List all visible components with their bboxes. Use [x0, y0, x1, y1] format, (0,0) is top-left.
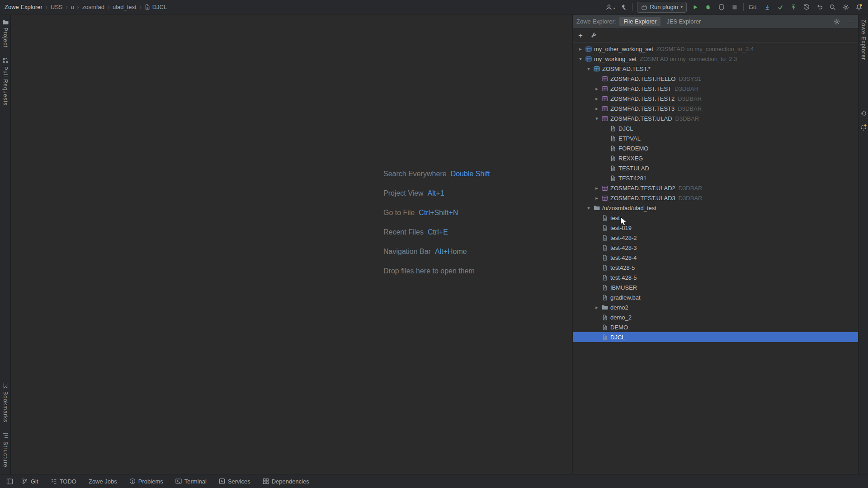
- tree-row-test-428-2[interactable]: test-428-2: [573, 233, 858, 243]
- run-icon[interactable]: [691, 2, 700, 12]
- breadcrumb-item-u[interactable]: u: [71, 4, 74, 10]
- shortcut-keys: Ctrl+Shift+N: [419, 209, 458, 217]
- shortcut-label: Drop files here to open them: [383, 267, 475, 275]
- notifications-icon[interactable]: [854, 2, 863, 12]
- search-icon[interactable]: [828, 2, 837, 12]
- shortcut-hint: Go to FileCtrl+Shift+N: [383, 203, 490, 222]
- tree-row-my-working-set[interactable]: ▾my_working_setZOSMFAD on my_connection_…: [573, 54, 858, 64]
- minimize-icon[interactable]: —: [846, 18, 854, 26]
- tree-row-test[interactable]: test: [573, 213, 858, 223]
- tree-row-test4281[interactable]: TEST4281: [573, 173, 858, 183]
- tree-row-zosmfad-test-test2[interactable]: ▸ZOSMFAD.TEST.TEST2D3DBAR: [573, 94, 858, 103]
- chevron-down-icon[interactable]: ▾: [585, 66, 593, 72]
- status-item-todo[interactable]: TODO: [51, 478, 76, 485]
- push-icon[interactable]: [789, 2, 798, 12]
- tree-row-test-428-3[interactable]: test-428-3: [573, 243, 858, 253]
- settings-icon[interactable]: [833, 18, 841, 26]
- tree-row-demo-2[interactable]: demo_2: [573, 312, 858, 322]
- tool-strip-button-zowe-explorer[interactable]: Zowe Explorer: [860, 19, 867, 60]
- tree-row-my-other-working-set[interactable]: ▸my_other_working_setZOSMFAD on my_conne…: [573, 44, 858, 54]
- tree-row-test-428-4[interactable]: test-428-4: [573, 253, 858, 263]
- tree-row-demo[interactable]: DEMO: [573, 322, 858, 332]
- tree-row-zosmfad-test-[interactable]: ▾ZOSMFAD.TEST.*: [573, 64, 858, 74]
- status-item-zowe-jobs[interactable]: Zowe Jobs: [89, 478, 117, 485]
- tree-row-zosmfad-test-ulad3[interactable]: ▸ZOSMFAD.TEST.ULAD3D3DBAR: [573, 193, 858, 203]
- add-icon[interactable]: +: [578, 32, 583, 39]
- tree-item-label: test: [610, 215, 620, 221]
- tree-row-test-819[interactable]: test-819: [573, 223, 858, 233]
- tree-row-fordemo[interactable]: FORDEMO: [573, 143, 858, 153]
- run-configuration-combo[interactable]: Run plugin▾: [637, 2, 687, 13]
- member-icon: [609, 145, 617, 151]
- status-item-label: Zowe Jobs: [89, 478, 117, 485]
- file-icon: [601, 245, 609, 251]
- chevron-down-icon[interactable]: ▾: [576, 56, 585, 62]
- update-icon[interactable]: [763, 2, 772, 12]
- status-item-terminal[interactable]: Terminal: [175, 478, 207, 485]
- breadcrumb-item-djcl[interactable]: DJCL: [145, 4, 167, 10]
- folder-icon: [593, 205, 601, 211]
- chevron-right-icon[interactable]: ▸: [593, 96, 601, 102]
- tree-row-zosmfad-test-test[interactable]: ▸ZOSMFAD.TEST.TESTD3DBAR: [573, 84, 858, 94]
- tool-strip-button-pull-requests[interactable]: Pull Requests: [2, 57, 9, 106]
- tree-row-zosmfad-test-test3[interactable]: ▸ZOSMFAD.TEST.TEST3D3DBAR: [573, 103, 858, 113]
- tree-row-djcl[interactable]: DJCL: [573, 123, 858, 133]
- tree-row-zosmfad-test-ulad2[interactable]: ▸ZOSMFAD.TEST.ULAD2D3DBAR: [573, 183, 858, 193]
- wrench-icon[interactable]: [590, 31, 598, 39]
- file-icon: [601, 334, 609, 340]
- commit-icon[interactable]: [776, 2, 785, 12]
- status-item-dependencies[interactable]: Dependencies: [263, 478, 309, 485]
- chevron-down-icon[interactable]: ▾: [585, 205, 593, 211]
- debug-icon[interactable]: [704, 2, 713, 12]
- tree-row-demo2[interactable]: ▸demo2: [573, 302, 858, 312]
- status-item-services[interactable]: Services: [219, 478, 250, 485]
- tool-strip-button-bookmarks[interactable]: Bookmarks: [2, 382, 9, 422]
- tree-row-test428-5[interactable]: test428-5: [573, 263, 858, 272]
- tab-file-explorer[interactable]: File Explorer: [619, 17, 660, 26]
- tree-row-zosmfad-test-ulad[interactable]: ▾ZOSMFAD.TEST.ULADD3DBAR: [573, 113, 858, 123]
- tree-row-gradlew-bat[interactable]: gradlew.bat: [573, 292, 858, 302]
- breadcrumb-item-ulad-test[interactable]: ulad_test: [113, 4, 137, 10]
- tree-item-label: ZOSMFAD.TEST.ULAD3: [610, 195, 675, 202]
- tree-row-testulad[interactable]: TESTULAD: [573, 163, 858, 173]
- breadcrumb-item-zowe-explorer[interactable]: Zowe Explorer: [5, 4, 42, 10]
- chevron-right-icon[interactable]: ▸: [593, 185, 601, 191]
- hammer-icon[interactable]: [619, 2, 628, 12]
- chevron-right-icon[interactable]: ▸: [593, 195, 601, 201]
- tree-row-zosmfad-test-hello[interactable]: ZOSMFAD.TEST.HELLOD3SYS1: [573, 74, 858, 84]
- main-toolbar: ▾Run plugin▾Git:: [603, 2, 863, 13]
- users-icon[interactable]: ▾: [603, 2, 615, 12]
- member-icon: [609, 155, 617, 161]
- history-icon[interactable]: [802, 2, 811, 12]
- notifications-icon[interactable]: [860, 124, 867, 131]
- stop-icon[interactable]: [730, 2, 739, 12]
- window-layout-icon[interactable]: [5, 477, 14, 485]
- tree-row-etpval[interactable]: ETPVAL: [573, 133, 858, 143]
- tool-strip-button-structure[interactable]: Structure: [2, 432, 9, 468]
- status-item-label: Dependencies: [272, 478, 309, 485]
- tree-row--u-zosmfad-ulad-test[interactable]: ▾/u/zosmfad/ulad_test: [573, 203, 858, 213]
- tree-row-test-428-5[interactable]: test-428-5: [573, 272, 858, 282]
- tab-jes-explorer[interactable]: JES Explorer: [662, 17, 705, 26]
- status-item-git[interactable]: Git: [22, 478, 38, 485]
- rollback-icon[interactable]: [815, 2, 824, 12]
- breadcrumb-item-uss[interactable]: USS: [51, 4, 63, 10]
- coverage-icon[interactable]: [717, 2, 726, 12]
- gradle-icon[interactable]: [860, 110, 867, 117]
- breadcrumb-item-label: DJCL: [152, 4, 167, 10]
- tree-row-rexxeg[interactable]: REXXEG: [573, 153, 858, 163]
- breadcrumb-item-label: USS: [51, 4, 63, 10]
- tree-row-ibmuser[interactable]: IBMUSER: [573, 282, 858, 292]
- status-item-problems[interactable]: Problems: [129, 478, 163, 485]
- tree-item-label: ZOSMFAD.TEST.*: [602, 66, 651, 72]
- tool-strip-button-project[interactable]: Project: [2, 19, 9, 47]
- chevron-right-icon[interactable]: ▸: [593, 305, 601, 310]
- chevron-right-icon[interactable]: ▸: [576, 46, 585, 52]
- settings-icon[interactable]: [841, 2, 850, 12]
- tool-window-header: Zowe Explorer: File ExplorerJES Explorer…: [573, 15, 858, 28]
- chevron-down-icon[interactable]: ▾: [593, 116, 601, 122]
- chevron-right-icon[interactable]: ▸: [593, 86, 601, 92]
- breadcrumb-item-zosmfad[interactable]: zosmfad: [82, 4, 104, 10]
- tree-row-djcl[interactable]: DJCL: [573, 332, 858, 342]
- chevron-right-icon[interactable]: ▸: [593, 106, 601, 112]
